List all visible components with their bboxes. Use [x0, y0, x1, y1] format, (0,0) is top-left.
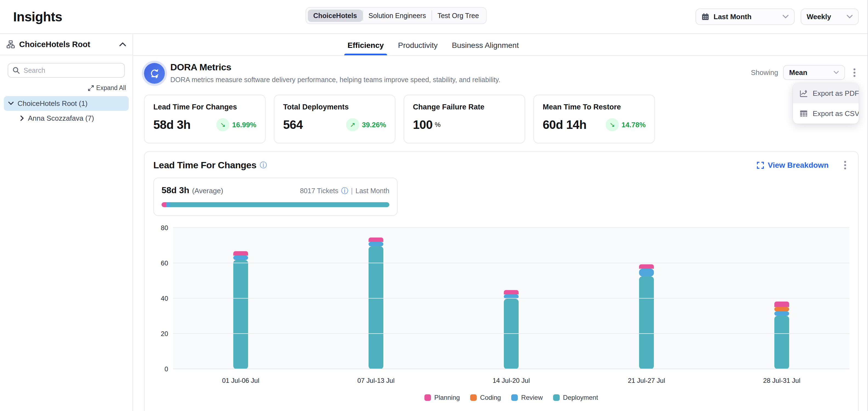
bar-column	[173, 228, 308, 369]
chevron-up-icon[interactable]	[119, 42, 126, 46]
dora-cycle-icon	[144, 63, 165, 84]
sidebar-header[interactable]: ChoiceHotels Root	[0, 34, 132, 55]
bar-segment-review	[774, 311, 789, 316]
chart-plot-area	[173, 228, 849, 369]
export-csv-label: Export as CSV	[813, 109, 859, 118]
sidebar-search[interactable]	[8, 63, 125, 78]
date-range-value: Last Month	[714, 12, 752, 21]
gridline-60	[173, 263, 849, 263]
org-tab-solution-engineers[interactable]: Solution Engineers	[363, 9, 432, 22]
date-range-select[interactable]: Last Month	[695, 8, 795, 25]
info-icon[interactable]: ⓘ	[341, 186, 348, 196]
gridline-40	[173, 298, 849, 299]
y-tick-40: 40	[161, 295, 168, 302]
legend-label: Review	[521, 394, 543, 402]
org-tree: ChoiceHotels Root (1) Anna Scozzafava (7…	[0, 96, 132, 126]
bar-segment-deployment	[504, 299, 519, 369]
legend-label: Coding	[480, 394, 501, 402]
trend-up-icon: ↗	[346, 118, 359, 131]
tab-business-alignment[interactable]: Business Alignment	[452, 41, 519, 55]
dora-title: DORA Metrics	[170, 62, 500, 72]
x-tick-label: 28 Jul-31 Jul	[714, 377, 849, 384]
tab-productivity[interactable]: Productivity	[398, 41, 438, 55]
tree-item-label: ChoiceHotels Root (1)	[18, 99, 88, 108]
granularity-select[interactable]: Weekly	[801, 8, 859, 25]
legend-item-coding[interactable]: Coding	[470, 394, 501, 402]
legend-item-deployment[interactable]: Deployment	[553, 394, 598, 402]
view-breakdown-label: View Breakdown	[768, 161, 829, 170]
progress-segment-planning	[161, 202, 166, 207]
org-hierarchy-icon	[7, 40, 15, 48]
showing-label: Showing	[751, 68, 778, 77]
y-tick-0: 0	[164, 365, 168, 373]
export-pdf-label: Export as PDF	[813, 89, 859, 98]
dora-more-menu-button[interactable]	[850, 68, 859, 77]
bar-segment-planning	[774, 302, 789, 307]
expand-all-button[interactable]: Expand All	[7, 84, 126, 92]
stacked-bar[interactable]	[369, 238, 383, 369]
chart-export-icon	[800, 89, 808, 97]
view-breakdown-button[interactable]: View Breakdown	[757, 161, 829, 170]
export-csv-menu-item[interactable]: Export as CSV	[793, 103, 859, 124]
bar-column	[579, 228, 714, 369]
lead-time-chart-card: Lead Time For Changes ⓘ View Breakdown	[144, 151, 859, 411]
average-label: (Average)	[192, 186, 223, 195]
chevron-down-icon	[782, 15, 788, 19]
lead-time-chart: 020406080 01 Jul-06 Jul07 Jul-13 Jul14 J…	[153, 228, 849, 402]
legend-item-review[interactable]: Review	[511, 394, 543, 402]
granularity-value: Weekly	[807, 12, 831, 21]
card-total-deployments: Total Deployments 564 ↗ 39.26%	[274, 95, 395, 143]
bar-column	[443, 228, 579, 369]
showing-value: Mean	[789, 68, 807, 77]
chevron-right-icon[interactable]	[20, 115, 24, 121]
gridline-0	[173, 369, 849, 369]
showing-select[interactable]: Mean	[783, 65, 845, 80]
card-value: 60d 14h	[543, 118, 587, 132]
period-label: Last Month	[355, 187, 390, 195]
top-bar: Insights ChoiceHotels Solution Engineers…	[0, 0, 868, 34]
stacked-bar[interactable]	[233, 251, 248, 369]
bar-segment-planning	[233, 251, 248, 255]
legend-label: Planning	[434, 394, 460, 402]
bar-segment-deployment	[639, 276, 654, 369]
card-title: Mean Time To Restore	[543, 103, 646, 111]
tree-item-anna[interactable]: Anna Scozzafava (7)	[16, 111, 129, 126]
metric-cards-row: Lead Time For Changes 58d 3h ↘ 16.99% To…	[144, 95, 859, 143]
bar-segment-review	[233, 255, 248, 260]
card-unit: %	[435, 121, 441, 129]
top-right-controls: Last Month Weekly	[695, 8, 868, 25]
x-tick-label: 07 Jul-13 Jul	[308, 377, 443, 384]
search-input[interactable]	[24, 67, 120, 74]
chart-more-menu-button[interactable]	[841, 160, 849, 170]
x-tick-label: 01 Jul-06 Jul	[173, 377, 308, 384]
delta-percent: 39.26%	[362, 121, 386, 129]
export-menu: Export as PDF Export as CSV	[793, 83, 859, 124]
lead-time-title: Lead Time For Changes	[153, 160, 256, 170]
stacked-bar[interactable]	[639, 264, 654, 369]
y-tick-20: 20	[161, 330, 168, 338]
org-tab-choicehotels[interactable]: ChoiceHotels	[308, 9, 363, 22]
stacked-bar[interactable]	[504, 290, 519, 369]
insights-app: Insights ChoiceHotels Solution Engineers…	[0, 0, 868, 411]
bar-column	[714, 228, 849, 369]
delta-percent: 14.78%	[622, 121, 646, 129]
tab-efficiency[interactable]: Efficiency	[347, 41, 383, 55]
y-axis-labels: 020406080	[153, 228, 173, 369]
bar-column	[308, 228, 443, 369]
chevron-down-icon[interactable]	[8, 102, 14, 105]
tree-item-root[interactable]: ChoiceHotels Root (1)	[4, 96, 129, 111]
info-icon[interactable]: ⓘ	[259, 160, 267, 170]
org-switcher: ChoiceHotels Solution Engineers Test Org…	[306, 7, 487, 24]
stacked-bar[interactable]	[774, 302, 789, 369]
bar-segment-deployment	[233, 260, 248, 369]
export-pdf-menu-item[interactable]: Export as PDF	[793, 83, 859, 103]
table-icon	[800, 109, 808, 118]
bar-segment-deployment	[774, 316, 789, 369]
org-tab-test-org-tree[interactable]: Test Org Tree	[432, 9, 485, 22]
legend-item-planning[interactable]: Planning	[425, 394, 460, 402]
bar-segment-review	[639, 269, 654, 276]
org-tree-sidebar: ChoiceHotels Root Expand All	[0, 34, 133, 411]
bar-segment-review	[369, 242, 383, 246]
legend-swatch	[425, 394, 431, 401]
expand-diagonal-icon	[88, 85, 94, 91]
